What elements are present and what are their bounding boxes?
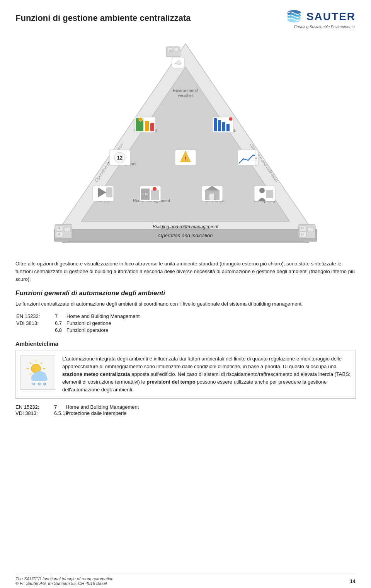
logo-text: SAUTER bbox=[306, 10, 356, 23]
svg-text:zit: zit bbox=[58, 227, 60, 229]
svg-rect-19 bbox=[145, 121, 149, 131]
page-footer: The SAUTER functional triangle of room a… bbox=[15, 573, 356, 588]
svg-text:☁️: ☁️ bbox=[174, 59, 182, 66]
page: Funzioni di gestione ambiente centralizz… bbox=[0, 0, 371, 588]
logo-area: SAUTER Creating Sustainable Environments… bbox=[285, 9, 356, 29]
svg-text:❄: ❄ bbox=[43, 382, 46, 386]
svg-text:!: ! bbox=[185, 155, 187, 161]
svg-rect-24 bbox=[218, 120, 221, 131]
svg-text:Building and room management: Building and room management bbox=[153, 224, 219, 229]
svg-rect-23 bbox=[214, 118, 217, 131]
logo-sauter: SAUTER bbox=[285, 9, 356, 24]
svg-rect-58 bbox=[266, 190, 273, 198]
ref-vdi-val-1: Funzioni di gestione bbox=[66, 320, 356, 326]
ref-vdi-label-2 bbox=[15, 327, 54, 333]
svg-rect-73 bbox=[174, 48, 179, 52]
svg-text:weather: weather bbox=[177, 93, 193, 98]
svg-text:❄: ❄ bbox=[37, 382, 41, 386]
svg-point-57 bbox=[259, 188, 265, 193]
svg-rect-55 bbox=[209, 194, 214, 200]
footer-line2: © Fr. Sauter AG, Im Surinam 55, CH-4016 … bbox=[15, 581, 114, 586]
footer-line1: The SAUTER functional triangle of room a… bbox=[15, 576, 114, 581]
svg-line-83 bbox=[30, 373, 31, 375]
ref-table-bottom: EN 15232: 7 Home and Building Management… bbox=[15, 404, 356, 416]
clima-icon: ❄ ❄ ❄ bbox=[24, 358, 53, 387]
ref-en-val-b1: Home and Building Management bbox=[66, 404, 356, 410]
ref-vdi-label-1: VDI 3813: bbox=[15, 320, 54, 326]
svg-rect-26 bbox=[226, 124, 230, 131]
svg-text:zit: zit bbox=[301, 233, 304, 236]
ref-en-num-b1: 7 bbox=[54, 404, 66, 410]
svg-text:zit: zit bbox=[169, 49, 172, 51]
logo-tagline: Creating Sustainable Environments. bbox=[294, 25, 356, 29]
ref-vdi-val-2: Funzioni operatore bbox=[66, 327, 356, 333]
ref-en-val-1: Home and Building Management bbox=[66, 313, 356, 319]
section-desc: Le funzioni centralizzate di automazione… bbox=[15, 300, 356, 308]
clima-section: ❄ ❄ ❄ L'automazione integrata degli ambi… bbox=[15, 350, 356, 399]
svg-text:Operation and indication: Operation and indication bbox=[158, 233, 213, 238]
header: Funzioni di gestione ambiente centralizz… bbox=[15, 9, 356, 29]
svg-rect-25 bbox=[222, 122, 225, 131]
svg-text:❄: ❄ bbox=[32, 382, 36, 386]
svg-rect-20 bbox=[150, 123, 154, 131]
svg-rect-49 bbox=[151, 190, 159, 200]
ref-vdi-label-b1: VDI 3813: bbox=[15, 410, 54, 416]
svg-text:zit: zit bbox=[301, 227, 304, 229]
page-title: Funzioni di gestione ambiente centralizz… bbox=[15, 13, 191, 23]
svg-rect-62 bbox=[64, 227, 70, 232]
ref-en-label-1: EN 15232: bbox=[15, 313, 54, 319]
svg-point-27 bbox=[229, 117, 233, 121]
svg-rect-87 bbox=[31, 377, 48, 381]
ref-table-top: EN 15232: 7 Home and Building Management… bbox=[15, 313, 356, 333]
main-paragraph: Oltre alle opzioni di gestione e visuali… bbox=[15, 260, 356, 283]
svg-text:≡: ≡ bbox=[255, 157, 257, 160]
section-title: Funzioni generali di automazione degli a… bbox=[15, 289, 356, 297]
clima-icon-box: ❄ ❄ ❄ bbox=[20, 355, 55, 390]
svg-rect-68 bbox=[308, 227, 314, 232]
ref-en-label-b1: EN 15232: bbox=[15, 404, 54, 410]
triangle-diagram: Operation and indication Building and ro… bbox=[46, 36, 325, 252]
clima-bold-1: stazione meteo centralizzata bbox=[62, 371, 130, 377]
ref-vdi-num-2: 6.8 bbox=[54, 327, 66, 333]
ref-vdi-num-1: 6.7 bbox=[54, 320, 66, 326]
ref-vdi-num-b1: 6.5.18 bbox=[54, 410, 66, 416]
svg-text:Environment/: Environment/ bbox=[173, 88, 199, 93]
svg-line-82 bbox=[41, 362, 42, 364]
clima-text: L'automazione integrata degli ambienti è… bbox=[62, 355, 351, 394]
svg-text:12: 12 bbox=[117, 155, 123, 161]
ref-en-num-1: 7 bbox=[54, 313, 66, 319]
footer-left: The SAUTER functional triangle of room a… bbox=[15, 576, 114, 586]
footer-page-number: 14 bbox=[350, 578, 356, 584]
diagram-area: Operation and indication Building and ro… bbox=[15, 36, 356, 252]
sauter-logo-icon bbox=[285, 9, 303, 24]
clima-text-1: L'automazione integrata degli ambienti è… bbox=[62, 356, 342, 369]
svg-text:zit: zit bbox=[58, 233, 60, 236]
svg-rect-46 bbox=[106, 187, 112, 197]
svg-text:1+1=: 1+1= bbox=[141, 192, 148, 196]
ref-vdi-val-b1: Protezione dalle intemperie bbox=[66, 410, 356, 416]
clima-bold-2: previsioni del tempo bbox=[146, 379, 195, 385]
svg-point-51 bbox=[153, 187, 157, 191]
svg-point-21 bbox=[139, 117, 143, 121]
clima-heading: Ambiente/clima bbox=[15, 340, 356, 347]
svg-line-80 bbox=[30, 362, 31, 364]
